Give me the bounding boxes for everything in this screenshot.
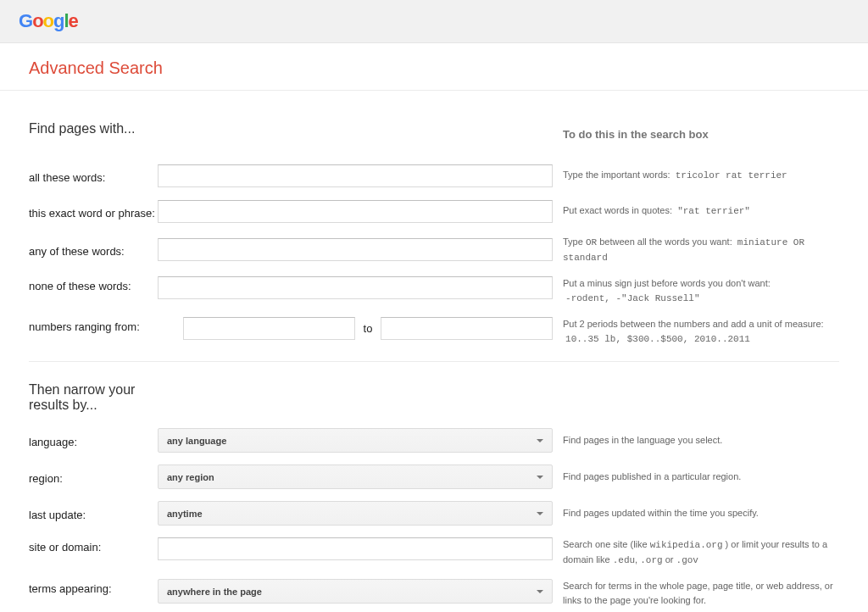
header-bar: Google (0, 0, 868, 43)
chevron-down-icon (537, 512, 543, 515)
row-none-words: none of these words: Put a minus sign ju… (29, 276, 839, 305)
chevron-down-icon (537, 439, 543, 442)
google-logo[interactable]: Google (19, 10, 849, 32)
label-region: region: (29, 469, 158, 485)
row-any-words: any of these words: Type OR between all … (29, 235, 839, 264)
input-exact[interactable] (158, 200, 553, 223)
hint-language: Find pages in the language you select. (553, 433, 839, 448)
label-last-update: last update: (29, 505, 158, 521)
hint-last-update: Find pages updated within the time you s… (553, 506, 839, 520)
dropdown-language[interactable]: any language (158, 428, 553, 453)
label-any-words: any of these words: (29, 242, 158, 258)
input-none-words[interactable] (158, 276, 553, 299)
hint-site-domain: Search one site (like wikipedia.org ) or… (553, 537, 839, 567)
section1-heading: Find pages with... (29, 121, 553, 136)
hint-heading: To do this in the search box (563, 126, 839, 143)
hint-numbers: Put 2 periods between the numbers and ad… (553, 317, 839, 346)
hint-none-words: Put a minus sign just before words you d… (553, 276, 839, 305)
dropdown-terms-appearing[interactable]: anywhere in the page (158, 579, 553, 604)
chevron-down-icon (537, 476, 543, 479)
row-last-update: last update: anytime Find pages updated … (29, 501, 839, 526)
label-none-words: none of these words: (29, 276, 158, 292)
hint-region: Find pages published in a particular reg… (553, 470, 839, 484)
input-all-words[interactable] (158, 164, 553, 187)
input-numbers-from[interactable] (183, 317, 355, 340)
row-all-words: all these words: Type the important word… (29, 164, 839, 187)
row-site-domain: site or domain: Search one site (like wi… (29, 537, 839, 567)
row-exact: this exact word or phrase: Put exact wor… (29, 199, 839, 223)
numbers-to: to (364, 322, 373, 335)
section1-header-row: Find pages with... To do this in the sea… (29, 118, 839, 152)
hint-any-words: Type OR between all the words you want: … (553, 235, 839, 264)
label-terms-appearing: terms appearing: (29, 579, 158, 595)
row-language: language: any language Find pages in the… (29, 428, 839, 453)
row-terms-appearing: terms appearing: anywhere in the page Se… (29, 579, 839, 607)
title-section: Advanced Search (0, 43, 868, 91)
row-region: region: any region Find pages published … (29, 465, 839, 489)
page-title: Advanced Search (29, 58, 839, 78)
hint-all-words: Type the important words: tricolor rat t… (553, 168, 839, 183)
label-all-words: all these words: (29, 168, 158, 184)
divider (29, 361, 839, 362)
label-exact: this exact word or phrase: (29, 203, 158, 220)
input-any-words[interactable] (158, 238, 553, 261)
label-site-domain: site or domain: (29, 537, 158, 554)
input-site-domain[interactable] (158, 537, 553, 560)
dropdown-last-update[interactable]: anytime (158, 501, 553, 526)
hint-exact: Put exact words in quotes: "rat terrier" (553, 203, 839, 219)
chevron-down-icon (537, 590, 543, 593)
row-numbers: numbers ranging from: to Put 2 periods b… (29, 317, 839, 346)
dropdown-region[interactable]: any region (158, 465, 553, 489)
hint-terms-appearing: Search for terms in the whole page, page… (553, 579, 839, 607)
section2-heading: Then narrow your results by... (29, 382, 158, 413)
label-numbers: numbers ranging from: (29, 317, 158, 333)
label-language: language: (29, 432, 158, 448)
input-numbers-to[interactable] (381, 317, 553, 340)
